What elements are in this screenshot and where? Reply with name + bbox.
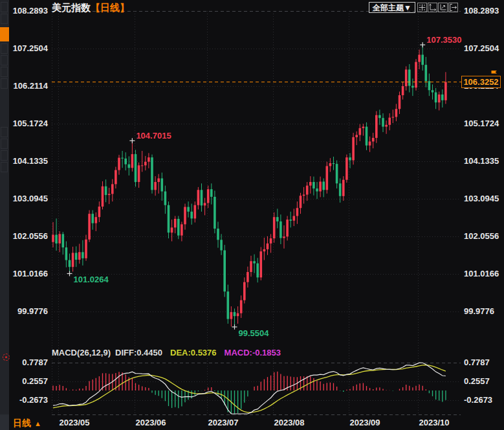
left-tab-item[interactable] — [1, 55, 8, 65]
left-tab-item[interactable] — [1, 162, 8, 172]
chart-canvas[interactable] — [0, 0, 504, 430]
axis-zoom-icon[interactable] — [428, 3, 437, 12]
axis-scale-icon[interactable] — [438, 3, 448, 12]
triangle-up-icon: ▲ — [34, 420, 41, 427]
caret-down-icon: ▼ — [404, 3, 411, 12]
left-tab-item[interactable] — [1, 127, 8, 137]
chart-window: 美元指数【日线】 全部主题▼ — [0, 0, 504, 430]
left-tab-item[interactable] — [1, 78, 8, 89]
left-tab-item[interactable] — [1, 2, 8, 12]
left-tab-item[interactable] — [1, 67, 8, 77]
pan-right-icon[interactable] — [448, 3, 458, 12]
left-tab-item[interactable] — [1, 14, 8, 24]
left-tab-strip[interactable] — [0, 0, 9, 430]
left-tab-item[interactable] — [1, 150, 8, 161]
left-tab-active[interactable] — [0, 27, 9, 41]
left-strip-footer — [0, 414, 9, 430]
all-themes-button[interactable]: 全部主题▼ — [369, 2, 415, 13]
crosshair-icon[interactable] — [417, 3, 427, 12]
left-tab-item[interactable] — [1, 139, 8, 149]
left-tab-item[interactable] — [1, 43, 8, 54]
current-price-box[interactable]: 106.3252 — [461, 76, 501, 88]
indicator-dot-icon[interactable] — [3, 354, 10, 361]
period-selector[interactable]: 日线▲ — [13, 418, 41, 429]
